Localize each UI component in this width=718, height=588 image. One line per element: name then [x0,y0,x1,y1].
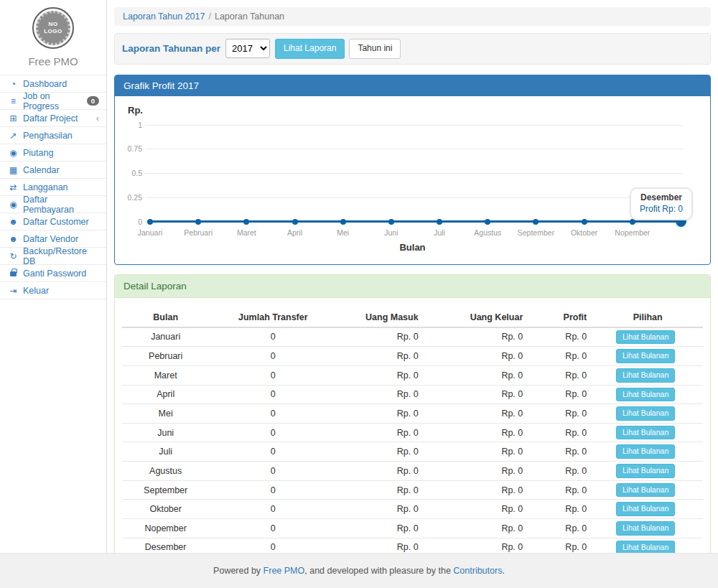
year-select[interactable]: 2017 [225,39,270,58]
x-tick-label: Juli [434,228,445,237]
view-monthly-button-maret[interactable]: Lihat Bulanan [616,368,675,383]
cell-jumlah-transfer: 0 [209,519,337,538]
dashboard-icon: ◔ [7,79,19,89]
sidebar: NO LOGO Free PMO ◔Dashboard≡Job on Progr… [0,0,107,553]
data-point-mei[interactable] [340,219,346,225]
cell-uang-keluar: Rp. 0 [424,365,529,385]
cell-uang-keluar: Rp. 0 [424,442,529,462]
breadcrumb-link-laporan-tahun[interactable]: Laporan Tahun 2017 [123,11,205,22]
cell-uang-masuk: Rp. 0 [337,442,424,462]
view-monthly-button-mei[interactable]: Lihat Bulanan [616,406,675,421]
cell-uang-masuk: Rp. 0 [337,327,424,347]
x-axis-title: Bulan [122,239,703,257]
users-icon: ☻ [7,217,19,227]
view-report-button[interactable]: Lihat Laporan [275,39,345,59]
view-monthly-button-pebruari[interactable]: Lihat Bulanan [616,349,675,363]
sidebar-item-ganti-password[interactable]: Ganti Password [0,265,106,282]
cell-uang-keluar: Rp. 0 [424,385,529,404]
tasks-icon: ≡ [7,96,19,106]
data-point-april[interactable] [292,219,298,225]
view-monthly-button-oktober[interactable]: Lihat Bulanan [616,502,675,516]
money-icon: ◉ [7,148,19,158]
no-logo-placeholder: NO LOGO [36,11,70,45]
table-row-januari: Januari0Rp. 0Rp. 0Rp. 0Lihat Bulanan [122,327,703,347]
sidebar-item-label: Ganti Password [23,269,86,279]
sidebar-item-job-on-progress[interactable]: ≡Job on Progress0 [0,93,106,110]
x-tick-label: Agustus [474,228,501,237]
footer-text: Powered by Free PMO, and developed with … [213,566,505,576]
cell-profit: Rp. 0 [528,519,592,538]
sidebar-item-label: Calendar [23,165,60,175]
tooltip-value: Profit Rp: 0 [640,204,683,214]
sidebar-item-backup-restore-db[interactable]: ↻Backup/Restore DB [0,248,106,265]
table-row-agustus: Agustus0Rp. 0Rp. 0Rp. 0Lihat Bulanan [122,462,703,481]
column-header-uang-keluar: Uang Keluar [424,308,529,327]
y-tick-label: 0 [122,218,142,226]
cell-uang-keluar: Rp. 0 [424,347,529,366]
cell-profit: Rp. 0 [528,423,592,442]
cell-profit: Rp. 0 [528,462,592,481]
data-point-agustus[interactable] [485,219,490,225]
data-point-januari[interactable] [147,219,153,225]
sidebar-item-label: Langganan [23,182,68,192]
cell-uang-masuk: Rp. 0 [337,462,424,481]
view-monthly-button-juli[interactable]: Lihat Bulanan [616,444,675,459]
data-point-september[interactable] [533,219,538,225]
sidebar-item-penghasilan[interactable]: ↗Penghasilan [0,127,106,144]
sidebar-item-label: Dashboard [23,79,67,89]
sidebar-item-daftar-customer[interactable]: ☻Daftar Customer [0,213,106,230]
view-monthly-button-agustus[interactable]: Lihat Bulanan [616,464,675,478]
cell-uang-masuk: Rp. 0 [337,347,424,366]
sidebar-item-piutang[interactable]: ◉Piutang [0,144,106,162]
view-monthly-button-april[interactable]: Lihat Bulanan [616,388,675,402]
cell-uang-masuk: Rp. 0 [337,385,424,404]
cell-uang-masuk: Rp. 0 [337,423,424,442]
data-point-juli[interactable] [437,219,442,225]
cell-profit: Rp. 0 [528,480,592,500]
sidebar-item-calendar[interactable]: ▦Calendar [0,162,106,179]
year-filter-bar: Laporan Tahunan per 2017 Lihat Laporan T… [114,33,711,65]
x-tick-label: April [287,228,302,237]
table-row-nopember: Nopember0Rp. 0Rp. 0Rp. 0Lihat Bulanan [122,519,703,538]
cell-pilihan: Lihat Bulanan [592,365,703,385]
cell-jumlah-transfer: 0 [209,327,337,347]
cell-month: Oktober [122,500,209,519]
sidebar-item-daftar-pembayaran[interactable]: ◉Daftar Pembayaran [0,196,106,213]
sidebar-item-label: Daftar Project [23,113,78,123]
x-tick-label: September [518,228,554,237]
view-monthly-button-nopember[interactable]: Lihat Bulanan [616,521,675,536]
cell-uang-masuk: Rp. 0 [337,519,424,538]
table-row-september: September0Rp. 0Rp. 0Rp. 0Lihat Bulanan [122,480,703,500]
sidebar-item-keluar[interactable]: ⇥Keluar [0,282,106,299]
chart-panel-title: Grafik Profit 2017 [115,75,710,96]
this-year-button[interactable]: Tahun ini [349,39,401,59]
sidebar-item-label: Penghasilan [23,131,73,141]
data-point-oktober[interactable] [582,219,587,225]
view-monthly-button-januari[interactable]: Lihat Bulanan [616,330,675,345]
count-badge: 0 [87,96,99,106]
cell-profit: Rp. 0 [528,327,592,347]
cell-uang-keluar: Rp. 0 [424,462,529,481]
table-icon: ⊞ [7,113,19,123]
sidebar-item-daftar-project[interactable]: ⊞Daftar Project‹ [0,110,106,127]
data-point-pebruari[interactable] [195,219,201,225]
sign-out-icon: ⇥ [7,286,19,296]
view-monthly-button-september[interactable]: Lihat Bulanan [616,483,675,498]
footer-link-free-pmo[interactable]: Free PMO [264,566,305,576]
y-tick-label: 0.75 [122,144,142,153]
view-monthly-button-juni[interactable]: Lihat Bulanan [616,426,675,440]
detail-report-panel: Detail Laporan BulanJumlah TransferUang … [114,274,711,585]
table-row-pebruari: Pebruari0Rp. 0Rp. 0Rp. 0Lihat Bulanan [122,347,703,366]
footer-link-contributors[interactable]: Contributors [453,566,502,576]
sidebar-item-label: Backup/Restore DB [23,246,99,266]
x-tick-label: Pebruari [184,228,213,237]
sidebar-item-langganan[interactable]: ⇄Langganan [0,179,106,196]
sidebar-item-daftar-vendor[interactable]: ☻Daftar Vendor [0,230,106,248]
data-point-juni[interactable] [388,219,394,225]
users-icon: ☻ [7,234,19,244]
cell-pilihan: Lihat Bulanan [592,500,703,519]
data-point-maret[interactable] [243,219,249,225]
calendar-icon: ▦ [7,165,19,175]
breadcrumb-separator: / [208,11,210,22]
sidebar-item-dashboard[interactable]: ◔Dashboard [0,75,106,93]
